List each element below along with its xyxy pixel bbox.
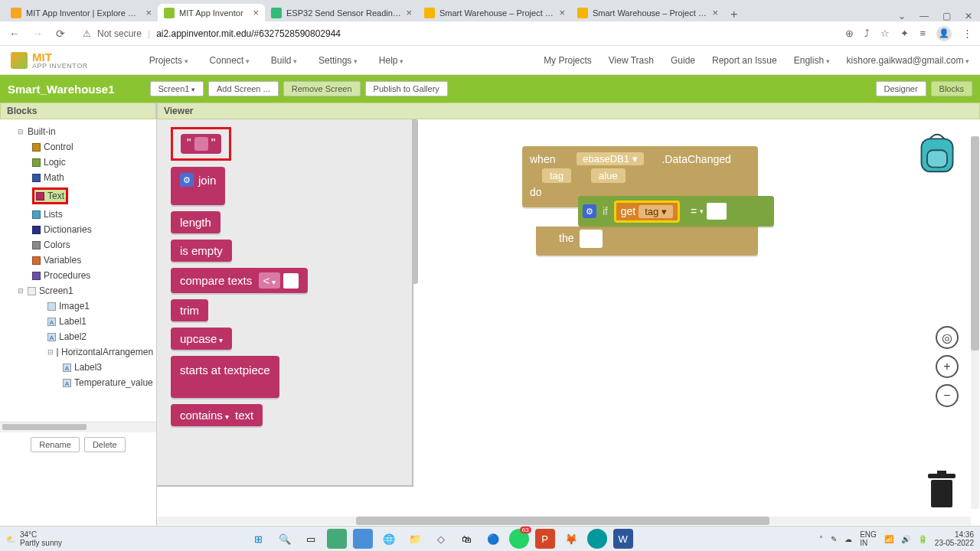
block-contains[interactable]: contains text (171, 404, 263, 426)
pen-icon[interactable]: ✎ (831, 535, 837, 543)
language-indicator[interactable]: ENGIN (860, 530, 877, 547)
vs-icon[interactable]: ◇ (431, 529, 451, 549)
new-tab-button[interactable]: + (724, 8, 743, 21)
edge-icon[interactable]: 🔵 (483, 529, 503, 549)
block-upcase[interactable]: upcase (171, 328, 232, 350)
onedrive-icon[interactable]: ☁ (844, 535, 852, 543)
volume-icon[interactable]: 🔊 (901, 535, 910, 543)
menu-build[interactable]: Build (271, 55, 297, 66)
chrome-icon[interactable]: 🌐 (379, 529, 399, 549)
block-equals[interactable]: =▾ (684, 201, 730, 222)
reload-icon[interactable]: ⟳ (54, 28, 67, 40)
explorer-icon[interactable]: 📁 (405, 529, 425, 549)
block-starts-at[interactable]: starts at textpiece (171, 356, 279, 398)
publish-button[interactable]: Publish to Gallery (365, 81, 448, 96)
canvas-hscrollbar[interactable] (157, 517, 971, 525)
close-icon[interactable]: × (559, 7, 565, 18)
zoom-in-icon[interactable]: + (936, 355, 959, 378)
app-icon[interactable] (353, 529, 373, 549)
close-icon[interactable]: × (712, 7, 718, 18)
browser-tab[interactable]: Smart Warehouse – Project settin× (571, 4, 724, 21)
taskview-icon[interactable]: ▭ (301, 529, 321, 549)
bookmark-icon[interactable]: ☆ (880, 28, 890, 39)
close-icon[interactable]: × (406, 7, 412, 18)
menu-projects[interactable]: Projects (149, 55, 188, 66)
tree-image1[interactable]: Image1 (3, 298, 153, 314)
component-dropdown[interactable]: ebaseDB1 ▾ (577, 152, 643, 165)
wifi-icon[interactable]: 📶 (884, 535, 893, 543)
app-icon[interactable]: 🦊 (561, 529, 581, 549)
account-dropdown[interactable]: kishore.gaikwad@gmail.com (847, 55, 969, 66)
weather-widget[interactable]: ⛅ 34°CPartly sunny (6, 530, 62, 547)
word-icon[interactable]: W (613, 529, 633, 549)
zoom-out-icon[interactable]: − (936, 384, 959, 407)
clock[interactable]: 14:3623-05-2022 (935, 530, 974, 547)
tree-builtin[interactable]: ⊟Built-in (3, 124, 153, 139)
app-icon[interactable] (327, 529, 347, 549)
flyout-scrollbar[interactable] (412, 119, 418, 284)
var-dropdown[interactable]: tag ▾ (639, 205, 673, 218)
window-dropdown-icon[interactable]: ⌄ (898, 11, 906, 21)
arduino-icon[interactable] (587, 529, 607, 549)
canvas-vscrollbar[interactable] (971, 136, 979, 509)
link-viewtrash[interactable]: View Trash (609, 55, 654, 66)
block-trim[interactable]: trim (171, 299, 208, 321)
powerpoint-icon[interactable]: P (535, 529, 555, 549)
browser-tab[interactable]: ESP32 Send Sensor Readings to G× (265, 4, 418, 21)
tree-label1[interactable]: ALabel1 (3, 314, 153, 329)
block-isempty[interactable]: is empty (171, 240, 232, 262)
tree-math[interactable]: Math (3, 170, 153, 185)
reading-list-icon[interactable]: ≡ (920, 28, 926, 39)
designer-button[interactable]: Designer (876, 81, 926, 96)
address-bar[interactable]: ⚠ Not secure | ai2.appinventor.mit.edu/#… (77, 27, 836, 41)
recenter-icon[interactable]: ◎ (936, 326, 959, 349)
tree-text[interactable]: Text (3, 185, 153, 207)
link-report[interactable]: Report an Issue (712, 55, 777, 66)
extensions-icon[interactable]: ✦ (900, 28, 909, 39)
browser-tab[interactable]: MIT App Inventor | Explore MIT A× (5, 4, 158, 21)
close-icon[interactable]: × (145, 7, 152, 18)
blocks-canvas[interactable]: "" ⚙join length is empty compare texts <… (157, 119, 980, 526)
link-myprojects[interactable]: My Projects (544, 55, 592, 66)
screen-dropdown[interactable]: Screen1 (150, 81, 204, 96)
block-join[interactable]: ⚙join (171, 167, 225, 205)
tree-hscrollbar[interactable] (0, 422, 156, 432)
close-icon[interactable]: × (253, 7, 259, 18)
tree-dictionaries[interactable]: Dictionaries (3, 222, 153, 237)
add-screen-button[interactable]: Add Screen ... (208, 81, 279, 96)
block-length[interactable]: length (171, 211, 220, 233)
menu-connect[interactable]: Connect (210, 55, 250, 66)
block-if[interactable]: ⚙ if gettag ▾ =▾ (578, 196, 774, 227)
blocks-tree[interactable]: ⊟Built-in Control Logic Math Text Lists … (0, 119, 156, 422)
tree-screen1[interactable]: ⊟Screen1 (3, 283, 153, 298)
gear-icon[interactable]: ⚙ (180, 173, 194, 187)
window-close-icon[interactable]: ✕ (965, 11, 972, 21)
zoom-icon[interactable]: ⊕ (845, 28, 854, 39)
battery-icon[interactable]: 🔋 (918, 535, 927, 543)
tree-temperature-value[interactable]: ATemperature_value (3, 375, 153, 390)
remove-screen-button[interactable]: Remove Screen (283, 81, 361, 96)
trash-icon[interactable] (926, 471, 957, 510)
start-icon[interactable]: ⊞ (249, 529, 269, 549)
link-guide[interactable]: Guide (671, 55, 695, 66)
whatsapp-icon[interactable] (509, 529, 529, 549)
rename-button[interactable]: Rename (31, 437, 80, 452)
browser-tab-active[interactable]: MIT App Inventor× (158, 4, 265, 21)
delete-button[interactable]: Delete (84, 437, 126, 452)
blocks-button[interactable]: Blocks (931, 81, 972, 96)
param-tag[interactable]: tag (542, 168, 571, 183)
block-get-tag[interactable]: gettag ▾ (614, 201, 680, 223)
gear-icon[interactable]: ⚙ (583, 204, 596, 218)
tree-procedures[interactable]: Procedures (3, 268, 153, 283)
language-dropdown[interactable]: English (794, 55, 830, 66)
block-string-literal[interactable]: "" (181, 134, 221, 154)
param-value[interactable]: alue (591, 168, 626, 183)
minimize-icon[interactable]: — (920, 11, 929, 21)
search-icon[interactable]: 🔍 (275, 529, 295, 549)
browser-tab[interactable]: Smart Warehouse – Project settin× (418, 4, 571, 21)
tree-control[interactable]: Control (3, 139, 153, 155)
tree-horizontalarrangement[interactable]: ⊟HorizontalArrangemen (3, 344, 153, 360)
tree-variables[interactable]: Variables (3, 253, 153, 268)
profile-avatar[interactable]: 👤 (936, 26, 952, 41)
block-compare-texts[interactable]: compare texts < (171, 268, 308, 293)
